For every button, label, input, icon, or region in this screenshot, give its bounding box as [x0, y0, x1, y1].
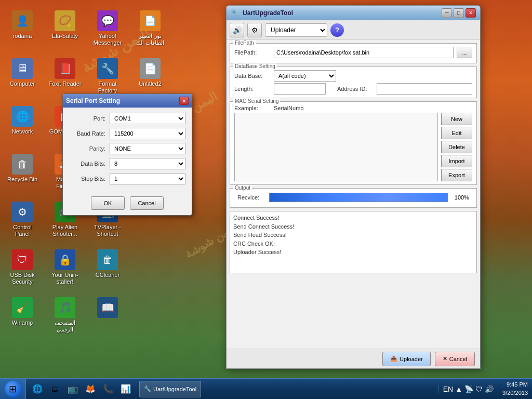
help-button[interactable]: ?	[330, 23, 344, 37]
uart-upgrade-tool-window: 🔧 UartUpgradeTool ─ □ ✕ 🔊 ⚙ Uploader ? F…	[226, 5, 481, 369]
database-dropdown[interactable]: A(all code)	[274, 70, 336, 82]
mac-list[interactable]	[234, 113, 438, 181]
desktop-icon-quran[interactable]: 📖	[88, 295, 127, 341]
port-dropdown[interactable]: COM1	[110, 113, 185, 124]
progress-percent: 100%	[451, 194, 469, 201]
window-title-icon: 🔧	[231, 9, 240, 17]
parity-label: Parity:	[69, 145, 105, 152]
desktop-icon-yahoo-messenger[interactable]: 💬 Yahoo! Messenger	[88, 8, 127, 55]
mac-export-btn[interactable]: Export	[441, 169, 472, 181]
footer-cancel-button[interactable]: ✕ Cancel	[435, 352, 475, 366]
close-button[interactable]: ✕	[466, 8, 476, 18]
desktop-icon-nour[interactable]: 📄 نور التغيير الطاقات الك	[130, 8, 170, 55]
parity-dropdown[interactable]: NONE	[110, 143, 185, 154]
baud-row: Baud Rate: 115200	[69, 128, 185, 139]
port-label: Port:	[69, 115, 105, 122]
log-line-4: CRC Check OK!	[233, 240, 473, 248]
parity-row: Parity: NONE	[69, 143, 185, 154]
mac-delete-btn[interactable]: Delete	[441, 141, 472, 153]
window-footer: 📤 Uploader ✕ Cancel	[227, 349, 480, 368]
filepath-label: FilePath:	[234, 49, 271, 56]
toolbar-speaker-icon[interactable]: 🔊	[230, 23, 244, 37]
output-section: Output Recvice: 100%	[230, 188, 477, 208]
dialog-footer: OK Cancel	[63, 193, 192, 215]
output-section-label: Output	[233, 185, 252, 191]
desktop-icon-recycle-bin[interactable]: 🗑 Recycle Bin	[3, 151, 42, 198]
log-line-1: Connect Success!	[233, 214, 473, 222]
desktop-icon-your-uninstaller[interactable]: 🗑 CCleaner	[88, 247, 127, 294]
maximize-button[interactable]: □	[454, 8, 464, 18]
system-clock[interactable]: 9:45 PM 9/20/2013	[498, 381, 532, 397]
mac-example-label: Example:	[234, 105, 271, 111]
mac-import-btn[interactable]: Import	[441, 155, 472, 167]
databits-row: Data Bits: 8	[69, 158, 185, 169]
receive-label: Recvice:	[237, 194, 266, 201]
taskbar-active-items: 🔧 UartUpgradeTool	[137, 381, 438, 397]
port-row: Port: COM1	[69, 113, 185, 124]
stopbits-dropdown[interactable]: 1	[110, 173, 185, 184]
clock-date: 9/20/2013	[502, 389, 528, 397]
dialog-cancel-button[interactable]: Cancel	[130, 196, 164, 210]
address-input[interactable]	[377, 83, 472, 95]
minimize-button[interactable]: ─	[442, 8, 452, 18]
desktop-icon-ela-salaty[interactable]: 📿 Ela-Salaty	[45, 8, 85, 55]
taskbar: ⊞ 🌐 🗂 📺 🦊 📞 📊 🔧 UartUpgradeTool EN ▲ 📡 🛡…	[0, 378, 532, 399]
desktop-icon-avira[interactable]: 🛡 USB Disk Security	[3, 247, 42, 294]
desktop: اليمن شوشة اليمن شوشة اليمن شوشة اليمن ش…	[0, 0, 532, 399]
progress-bar-container	[269, 193, 448, 202]
dialog-close-button[interactable]: ✕	[179, 97, 189, 105]
taskbar-uart-label: UartUpgradeTool	[153, 386, 196, 392]
filepath-section: FilePath FilePath: ...	[230, 43, 477, 63]
stopbits-label: Stop Bits:	[69, 176, 105, 182]
baud-label: Baud Rate:	[69, 130, 105, 137]
stopbits-row: Stop Bits: 1	[69, 173, 185, 184]
taskbar-office-icon[interactable]: 📊	[118, 382, 133, 396]
taskbar-folder-icon[interactable]: 🗂	[48, 382, 62, 396]
mac-serial-section: MAC Serial Setting Example: SerialNumb N…	[230, 101, 477, 185]
dialog-titlebar[interactable]: Serial Port Setting ✕	[63, 94, 192, 108]
window-controls: ─ □ ✕	[442, 8, 476, 18]
tray-arrow-up[interactable]: ▲	[455, 385, 462, 393]
mode-dropdown[interactable]: Uploader	[265, 23, 327, 37]
taskbar-uart-icon: 🔧	[144, 385, 151, 392]
footer-uploader-button[interactable]: 📤 Uploader	[382, 352, 431, 366]
browse-button[interactable]: ...	[457, 47, 472, 58]
serial-port-dialog: Serial Port Setting ✕ Port: COM1 Baud Ra…	[62, 94, 192, 216]
desktop-icon-rodaina[interactable]: 👤 rodaina	[3, 8, 42, 55]
desktop-icon-control-panel[interactable]: ⚙ Control Panel	[3, 199, 42, 246]
database-section: DataBase Setting Data Base: A(all code) …	[230, 66, 477, 98]
mac-new-btn[interactable]: New	[441, 113, 472, 125]
dialog-content: Port: COM1 Baud Rate: 115200 Parity: NON…	[63, 108, 192, 193]
log-line-2: Send Connect Success!	[233, 222, 473, 231]
taskbar-ie-icon[interactable]: 🌐	[30, 382, 45, 396]
desktop-icon-ccleaner[interactable]: 🧹 Winamp	[3, 295, 42, 341]
dialog-title-text: Serial Port Setting	[66, 97, 120, 104]
databits-dropdown[interactable]: 8	[110, 158, 185, 169]
window-content: FilePath FilePath: ... DataBase Setting …	[227, 40, 480, 276]
desktop-icon-computer[interactable]: 🖥 Computer	[3, 56, 42, 102]
filepath-input[interactable]	[274, 47, 454, 58]
desktop-icon-winamp[interactable]: 🎵 المصحف الرقمي	[45, 295, 85, 341]
tray-volume-icon[interactable]: 🔊	[485, 385, 494, 393]
toolbar-settings-icon[interactable]: ⚙	[247, 23, 262, 37]
tray-network-icon[interactable]: 📡	[464, 385, 473, 393]
tray-en-lang[interactable]: EN	[443, 385, 453, 393]
dialog-ok-button[interactable]: OK	[91, 196, 125, 210]
log-line-5: Uploader Success!	[233, 248, 473, 257]
start-button[interactable]: ⊞	[0, 379, 26, 400]
window-titlebar[interactable]: 🔧 UartUpgradeTool ─ □ ✕	[227, 6, 480, 20]
window-title-text: UartUpgradeTool	[243, 9, 293, 17]
mac-example-row: Example: SerialNumb	[234, 105, 472, 111]
taskbar-quick-launch: 🌐 🗂 📺 🦊 📞 📊	[26, 382, 137, 396]
length-label: Length:	[234, 86, 271, 92]
taskbar-firefox-icon[interactable]: 🦊	[83, 382, 98, 396]
desktop-icon-usb-security[interactable]: 🔒 Your Unin-staller!	[45, 247, 85, 294]
baud-dropdown[interactable]: 115200	[110, 128, 185, 139]
desktop-icon-network[interactable]: 🌐 Network	[3, 103, 42, 150]
tray-security-icon[interactable]: 🛡	[475, 385, 483, 393]
mac-edit-btn[interactable]: Edit	[441, 127, 472, 139]
length-input[interactable]	[274, 83, 326, 95]
taskbar-skype-icon[interactable]: 📞	[101, 382, 115, 396]
taskbar-uart-item[interactable]: 🔧 UartUpgradeTool	[139, 381, 201, 397]
taskbar-media-icon[interactable]: 📺	[65, 382, 80, 396]
